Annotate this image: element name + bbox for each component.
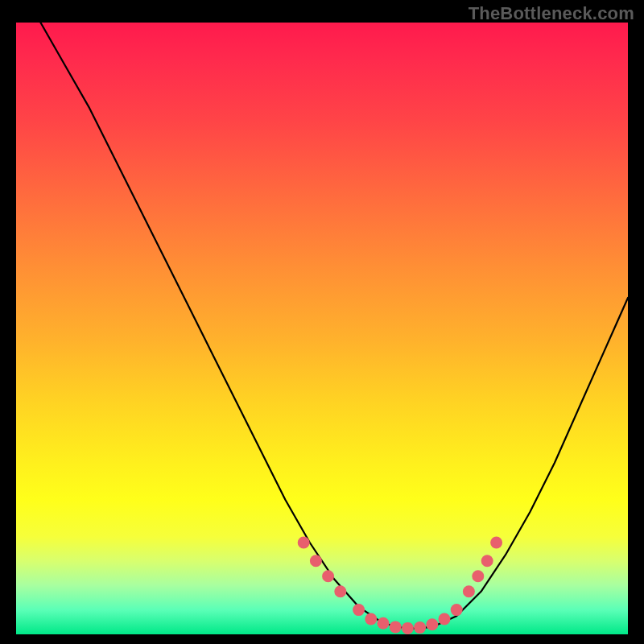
- marker-dot: [390, 621, 402, 633]
- marker-dot: [353, 604, 365, 616]
- marker-dot: [490, 537, 502, 549]
- watermark-text: TheBottleneck.com: [469, 3, 634, 24]
- marker-dot: [414, 621, 426, 634]
- marker-dot: [322, 570, 334, 582]
- marker-dot: [426, 618, 438, 630]
- dot-group: [298, 537, 502, 634]
- plot-area: [16, 23, 628, 634]
- marker-dot: [334, 585, 346, 597]
- marker-dot: [481, 555, 493, 567]
- marker-dot: [298, 537, 310, 549]
- marker-dot: [378, 617, 390, 630]
- chart-frame: TheBottleneck.com: [0, 0, 644, 644]
- marker-dot: [402, 622, 414, 634]
- marker-dot: [310, 555, 322, 567]
- marker-dot: [463, 585, 475, 597]
- marker-dot: [439, 613, 451, 625]
- chart-svg: [16, 23, 628, 634]
- marker-dot: [451, 604, 463, 616]
- marker-dot: [365, 613, 377, 625]
- bottleneck-curve: [40, 23, 628, 629]
- marker-dot: [472, 570, 484, 582]
